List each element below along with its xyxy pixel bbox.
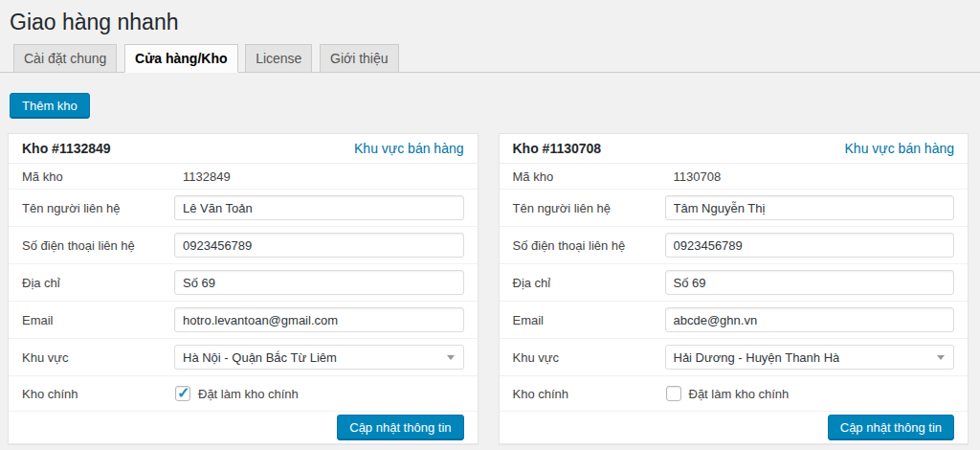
- tab-cua-hang-kho[interactable]: Cửa hàng/Kho: [124, 44, 237, 73]
- code-label: Mã kho: [513, 169, 665, 184]
- row-address: Địa chỉ: [500, 264, 969, 302]
- warehouse-cards: Kho #1132849 Khu vực bán hàng Mã kho 113…: [0, 133, 980, 444]
- contact-name-label: Tên người liên hệ: [22, 201, 174, 215]
- email-input[interactable]: [665, 307, 955, 332]
- update-info-button[interactable]: Cập nhật thông tin: [337, 415, 463, 440]
- main-warehouse-label: Kho chính: [22, 387, 174, 401]
- row-email: Email: [500, 302, 969, 339]
- region-label: Khu vực: [513, 350, 665, 365]
- address-label: Địa chỉ: [513, 276, 665, 290]
- row-address: Địa chỉ: [9, 264, 478, 302]
- address-input[interactable]: [174, 270, 464, 295]
- code-value: 1132849: [174, 169, 231, 184]
- warehouse-title: Kho #1132849: [22, 141, 111, 156]
- card-header: Kho #1132849 Khu vực bán hàng: [9, 134, 478, 164]
- region-select[interactable]: Hải Dương - Huyện Thanh Hà: [665, 345, 955, 370]
- chevron-down-icon: [937, 355, 945, 360]
- main-warehouse-checkbox[interactable]: [666, 386, 681, 401]
- row-main-warehouse: Kho chính Đặt làm kho chính: [500, 376, 969, 412]
- sales-region-link[interactable]: Khu vực bán hàng: [354, 141, 463, 156]
- sales-region-link[interactable]: Khu vực bán hàng: [845, 141, 954, 156]
- row-email: Email: [9, 302, 478, 339]
- row-main-warehouse: Kho chính Đặt làm kho chính: [9, 376, 478, 412]
- chevron-down-icon: [447, 355, 455, 360]
- contact-name-label: Tên người liên hệ: [513, 201, 665, 215]
- email-input[interactable]: [174, 307, 464, 332]
- phone-input[interactable]: [665, 233, 955, 258]
- card-footer: Cập nhật thông tin: [9, 412, 478, 443]
- email-label: Email: [22, 313, 174, 327]
- row-contact-name: Tên người liên hệ: [500, 190, 969, 227]
- main-warehouse-label: Kho chính: [513, 387, 665, 401]
- tab-gioi-thieu[interactable]: Giới thiệu: [320, 44, 399, 73]
- phone-label: Số điện thoại liên hệ: [22, 238, 174, 253]
- code-label: Mã kho: [22, 169, 174, 184]
- row-code: Mã kho 1132849: [9, 164, 478, 190]
- region-select[interactable]: Hà Nội - Quận Bắc Từ Liêm: [174, 345, 464, 370]
- warehouse-card-1: Kho #1132849 Khu vực bán hàng Mã kho 113…: [8, 133, 479, 444]
- code-value: 1130708: [665, 169, 722, 184]
- row-code: Mã kho 1130708: [500, 164, 969, 190]
- row-phone: Số điện thoại liên hệ: [9, 227, 478, 264]
- card-footer: Cập nhật thông tin: [500, 412, 969, 443]
- main-warehouse-checkbox-label: Đặt làm kho chính: [198, 387, 299, 401]
- add-warehouse-button[interactable]: Thêm kho: [10, 93, 90, 119]
- contact-name-input[interactable]: [174, 195, 464, 220]
- main-warehouse-checkbox-label: Đặt làm kho chính: [689, 387, 790, 401]
- phone-label: Số điện thoại liên hệ: [513, 238, 665, 253]
- row-region: Khu vực Hải Dương - Huyện Thanh Hà: [500, 339, 969, 376]
- region-select-value: Hà Nội - Quận Bắc Từ Liêm: [183, 350, 337, 365]
- row-contact-name: Tên người liên hệ: [9, 190, 478, 227]
- card-header: Kho #1130708 Khu vực bán hàng: [500, 134, 969, 164]
- phone-input[interactable]: [174, 233, 464, 258]
- row-phone: Số điện thoại liên hệ: [500, 227, 969, 264]
- region-select-value: Hải Dương - Huyện Thanh Hà: [674, 350, 840, 365]
- tab-cai-dat-chung[interactable]: Cài đặt chung: [13, 44, 117, 73]
- update-info-button[interactable]: Cập nhật thông tin: [828, 415, 954, 440]
- tab-bar: Cài đặt chung Cửa hàng/Kho License Giới …: [0, 44, 980, 73]
- region-label: Khu vực: [22, 350, 174, 365]
- page-title: Giao hàng nhanh: [0, 0, 980, 39]
- address-label: Địa chỉ: [22, 276, 174, 290]
- contact-name-input[interactable]: [665, 195, 955, 220]
- row-region: Khu vực Hà Nội - Quận Bắc Từ Liêm: [9, 339, 478, 376]
- warehouse-title: Kho #1130708: [513, 141, 602, 156]
- tab-license[interactable]: License: [245, 44, 312, 73]
- warehouse-card-2: Kho #1130708 Khu vực bán hàng Mã kho 113…: [499, 133, 969, 444]
- address-input[interactable]: [665, 270, 955, 295]
- email-label: Email: [513, 313, 665, 327]
- main-warehouse-checkbox[interactable]: [175, 386, 190, 401]
